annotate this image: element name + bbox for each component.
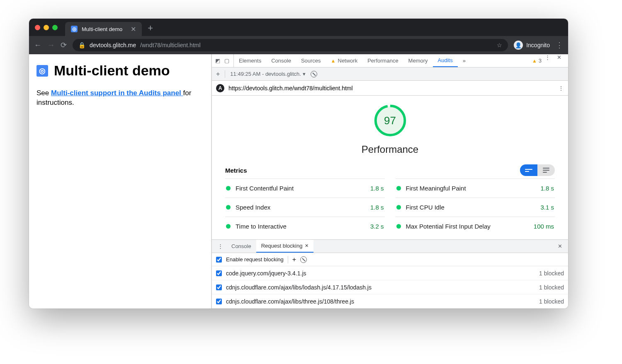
status-dot-icon	[396, 186, 401, 190]
warning-icon: ▲	[532, 58, 537, 64]
close-tab-button[interactable]	[131, 25, 136, 33]
new-tab-button[interactable]: +	[148, 23, 153, 34]
page-link[interactable]: Multi-client support in the Audits panel	[51, 89, 183, 97]
browser-tab[interactable]: ◎ Multi-client demo	[65, 22, 142, 36]
pattern-count: 1 blocked	[539, 270, 564, 277]
status-dot-icon	[396, 205, 401, 210]
tab-performance[interactable]: Performance	[362, 54, 403, 67]
enable-request-blocking-checkbox[interactable]	[216, 257, 222, 263]
minimize-window-button[interactable]	[44, 25, 49, 30]
report-url-row: A https://devtools.glitch.me/wndt78/mult…	[212, 81, 568, 96]
drawer-tab-request-blocking[interactable]: Request blocking	[256, 240, 314, 253]
inspect-element-icon[interactable]: ◩	[215, 58, 220, 64]
close-window-button[interactable]	[35, 25, 40, 30]
device-toolbar-icon[interactable]: ▢	[224, 58, 229, 64]
pattern-text: cdnjs.cloudflare.com/ajax/libs/lodash.js…	[226, 284, 535, 291]
devtools-drawer: Console Request blocking Enable request …	[212, 239, 568, 309]
pattern-enabled-checkbox[interactable]	[216, 299, 222, 304]
gauge-score: 97	[373, 103, 408, 138]
tab-memory[interactable]: Memory	[403, 54, 433, 67]
metrics-grid: First Contentful Paint1.8 s First Meanin…	[225, 178, 555, 236]
address-bar: ← → ⟳ 🔒 devtools.glitch.me /wndt78/multi…	[29, 36, 568, 54]
url-path: /wndt78/multiclient.html	[140, 42, 201, 48]
pattern-enabled-checkbox[interactable]	[216, 270, 222, 276]
page-logo-icon: ◎	[36, 65, 48, 77]
forward-button[interactable]: →	[47, 41, 55, 50]
tab-sources[interactable]: Sources	[296, 54, 326, 67]
audit-report[interactable]: 97 Performance Metrics	[212, 96, 568, 239]
incognito-label: Incognito	[526, 42, 550, 48]
audit-run-dropdown[interactable]: 11:49:25 AM - devtools.glitch. ▾	[230, 71, 306, 77]
tab-network[interactable]: ▲Network	[326, 54, 363, 67]
view-detailed-button[interactable]	[537, 164, 555, 176]
url-host: devtools.glitch.me	[90, 42, 136, 48]
report-menu-button[interactable]	[558, 85, 564, 92]
metric-row: First CPU Idle3.1 s	[396, 198, 555, 217]
tab-audits[interactable]: Audits	[433, 54, 458, 67]
devtools-close-button[interactable]	[554, 54, 565, 67]
new-audit-button[interactable]: +	[216, 70, 220, 78]
status-dot-icon	[226, 224, 231, 229]
block-pattern-row[interactable]: code.jquery.com/jquery-3.4.1.js 1 blocke…	[212, 266, 568, 280]
content-split: ◎ Multi-client demo See Multi-client sup…	[29, 54, 568, 309]
pattern-enabled-checkbox[interactable]	[216, 284, 222, 290]
url-field[interactable]: 🔒 devtools.glitch.me /wndt78/multiclient…	[73, 39, 508, 51]
devtools-settings-button[interactable]	[542, 54, 554, 67]
issues-counter[interactable]: ▲ 3	[532, 54, 542, 67]
report-url: https://devtools.glitch.me/wndt78/multic…	[228, 85, 353, 92]
devtools-panel: ◩ ▢ Elements Console Sources ▲Network Pe…	[211, 54, 568, 309]
block-pattern-row[interactable]: cdnjs.cloudflare.com/ajax/libs/three.js/…	[212, 294, 568, 309]
window-controls	[35, 25, 58, 30]
metric-row: First Meaningful Paint1.8 s	[396, 178, 555, 198]
incognito-icon: 👤	[514, 41, 523, 50]
tab-console[interactable]: Console	[266, 54, 296, 67]
drawer-tab-console[interactable]: Console	[226, 240, 256, 253]
drawer-menu-button[interactable]	[214, 240, 226, 253]
incognito-indicator[interactable]: 👤 Incognito	[514, 41, 550, 50]
reload-button[interactable]: ⟳	[61, 41, 67, 50]
metric-row: Time to Interactive3.2 s	[225, 217, 385, 236]
page-heading-text: Multi-client demo	[54, 63, 170, 79]
metric-row: First Contentful Paint1.8 s	[225, 178, 385, 198]
clear-all-button[interactable]	[311, 71, 317, 77]
lighthouse-icon: A	[216, 84, 224, 92]
devtools-tabbar: ◩ ▢ Elements Console Sources ▲Network Pe…	[212, 54, 568, 67]
warning-icon: ▲	[331, 58, 336, 64]
view-compact-button[interactable]	[520, 164, 537, 176]
status-dot-icon	[226, 205, 231, 210]
pattern-count: 1 blocked	[539, 284, 564, 291]
tabs-overflow-button[interactable]	[458, 54, 471, 67]
pattern-text: cdnjs.cloudflare.com/ajax/libs/three.js/…	[226, 298, 535, 305]
pattern-text: code.jquery.com/jquery-3.4.1.js	[226, 270, 535, 277]
metric-row: Speed Index1.8 s	[225, 198, 385, 217]
block-pattern-row[interactable]: cdnjs.cloudflare.com/ajax/libs/lodash.js…	[212, 280, 568, 294]
metrics-heading: Metrics	[225, 167, 247, 174]
enable-request-blocking-label: Enable request blocking	[226, 256, 284, 263]
status-dot-icon	[226, 186, 231, 190]
clear-patterns-button[interactable]	[300, 256, 307, 263]
metrics-view-toggle[interactable]	[520, 164, 555, 176]
chevron-right-icon	[463, 58, 466, 64]
metric-row: Max Potential First Input Delay100 ms	[396, 217, 555, 236]
pattern-count: 1 blocked	[539, 298, 564, 305]
add-pattern-button[interactable]: +	[292, 256, 296, 263]
performance-gauge: 97	[373, 103, 408, 138]
tab-title: Multi-client demo	[82, 26, 122, 32]
browser-menu-button[interactable]	[556, 41, 563, 50]
tab-elements[interactable]: Elements	[234, 54, 266, 67]
bookmark-star-icon[interactable]	[497, 42, 502, 48]
close-drawer-tab-button[interactable]	[305, 243, 309, 248]
page-heading: ◎ Multi-client demo	[36, 63, 204, 79]
lock-icon: 🔒	[78, 42, 85, 48]
gauge-category: Performance	[362, 144, 418, 155]
page-text-prefix: See	[36, 89, 51, 97]
drawer-close-button[interactable]	[554, 240, 566, 253]
browser-window: ◎ Multi-client demo + ← → ⟳ 🔒 devtools.g…	[29, 19, 568, 309]
zoom-window-button[interactable]	[52, 25, 58, 30]
rendered-page: ◎ Multi-client demo See Multi-client sup…	[29, 54, 211, 309]
audits-toolbar: + 11:49:25 AM - devtools.glitch. ▾	[212, 67, 568, 81]
tab-strip: ◎ Multi-client demo +	[29, 19, 568, 36]
favicon-icon: ◎	[71, 26, 78, 32]
back-button[interactable]: ←	[34, 41, 41, 50]
chevron-down-icon: ▾	[303, 71, 306, 77]
